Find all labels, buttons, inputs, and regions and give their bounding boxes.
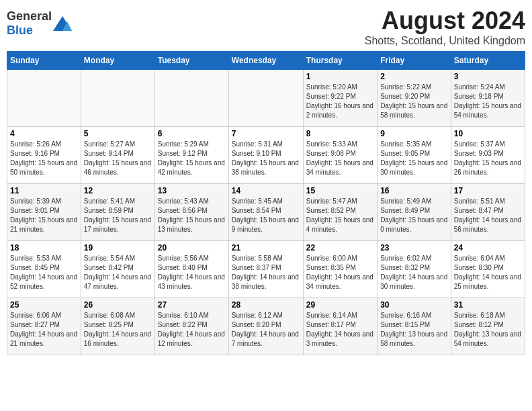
day-info: Sunrise: 5:37 AM Sunset: 9:03 PM Dayligh… <box>454 140 522 177</box>
calendar-cell: 9Sunrise: 5:35 AM Sunset: 9:05 PM Daylig… <box>378 127 451 184</box>
day-info: Sunrise: 5:41 AM Sunset: 8:59 PM Dayligh… <box>84 197 152 234</box>
week-row-4: 18Sunrise: 5:53 AM Sunset: 8:45 PM Dayli… <box>7 241 525 298</box>
day-number: 16 <box>380 186 448 195</box>
day-info: Sunrise: 6:02 AM Sunset: 8:32 PM Dayligh… <box>380 254 448 291</box>
calendar-cell: 12Sunrise: 5:41 AM Sunset: 8:59 PM Dayli… <box>81 184 154 241</box>
calendar-cell: 26Sunrise: 6:08 AM Sunset: 8:25 PM Dayli… <box>81 298 154 355</box>
day-info: Sunrise: 5:58 AM Sunset: 8:37 PM Dayligh… <box>232 254 300 291</box>
calendar-cell: 28Sunrise: 6:12 AM Sunset: 8:20 PM Dayli… <box>228 298 303 355</box>
day-info: Sunrise: 5:49 AM Sunset: 8:49 PM Dayligh… <box>380 197 448 234</box>
calendar-cell: 13Sunrise: 5:43 AM Sunset: 8:56 PM Dayli… <box>154 184 228 241</box>
day-number: 31 <box>454 300 522 310</box>
day-info: Sunrise: 5:26 AM Sunset: 9:16 PM Dayligh… <box>10 140 78 177</box>
logo-text: General Blue <box>7 9 52 38</box>
day-number: 27 <box>158 300 226 310</box>
day-info: Sunrise: 6:12 AM Sunset: 8:20 PM Dayligh… <box>232 311 300 349</box>
calendar-cell: 25Sunrise: 6:06 AM Sunset: 8:27 PM Dayli… <box>7 298 81 355</box>
day-number: 15 <box>306 186 374 195</box>
calendar-cell: 3Sunrise: 5:24 AM Sunset: 9:18 PM Daylig… <box>451 70 525 127</box>
day-number: 23 <box>380 243 448 253</box>
logo-general: General <box>7 9 52 23</box>
col-sunday: Sunday <box>7 52 81 70</box>
day-number: 10 <box>454 129 522 138</box>
calendar-cell: 16Sunrise: 5:49 AM Sunset: 8:49 PM Dayli… <box>378 184 451 241</box>
day-number: 14 <box>232 186 300 195</box>
week-row-1: 1Sunrise: 5:20 AM Sunset: 9:22 PM Daylig… <box>7 70 525 127</box>
calendar-cell: 14Sunrise: 5:45 AM Sunset: 8:54 PM Dayli… <box>228 184 303 241</box>
day-number: 17 <box>454 186 522 195</box>
day-info: Sunrise: 6:06 AM Sunset: 8:27 PM Dayligh… <box>10 311 78 349</box>
calendar-cell <box>154 70 228 127</box>
calendar-cell: 18Sunrise: 5:53 AM Sunset: 8:45 PM Dayli… <box>7 241 81 298</box>
col-saturday: Saturday <box>451 52 525 70</box>
day-info: Sunrise: 6:10 AM Sunset: 8:22 PM Dayligh… <box>158 311 226 349</box>
calendar-cell: 19Sunrise: 5:54 AM Sunset: 8:42 PM Dayli… <box>81 241 154 298</box>
day-info: Sunrise: 5:31 AM Sunset: 9:10 PM Dayligh… <box>232 140 300 177</box>
main-title: August 2024 <box>365 7 525 35</box>
col-thursday: Thursday <box>303 52 377 70</box>
calendar-cell: 1Sunrise: 5:20 AM Sunset: 9:22 PM Daylig… <box>303 70 377 127</box>
day-info: Sunrise: 6:18 AM Sunset: 8:12 PM Dayligh… <box>454 311 522 349</box>
day-number: 13 <box>158 186 226 195</box>
week-row-2: 4Sunrise: 5:26 AM Sunset: 9:16 PM Daylig… <box>7 127 525 184</box>
calendar-cell: 23Sunrise: 6:02 AM Sunset: 8:32 PM Dayli… <box>378 241 451 298</box>
calendar-cell: 10Sunrise: 5:37 AM Sunset: 9:03 PM Dayli… <box>451 127 525 184</box>
day-number: 6 <box>158 129 226 138</box>
day-number: 12 <box>84 186 152 195</box>
day-number: 3 <box>454 72 522 81</box>
calendar-cell: 29Sunrise: 6:14 AM Sunset: 8:17 PM Dayli… <box>303 298 377 355</box>
day-number: 30 <box>380 300 448 310</box>
day-info: Sunrise: 6:04 AM Sunset: 8:30 PM Dayligh… <box>454 254 522 291</box>
day-info: Sunrise: 5:53 AM Sunset: 8:45 PM Dayligh… <box>10 254 78 291</box>
day-number: 25 <box>10 300 78 310</box>
col-wednesday: Wednesday <box>228 52 303 70</box>
day-info: Sunrise: 5:39 AM Sunset: 9:01 PM Dayligh… <box>10 197 78 234</box>
day-info: Sunrise: 5:29 AM Sunset: 9:12 PM Dayligh… <box>158 140 226 177</box>
title-area: August 2024 Shotts, Scotland, United Kin… <box>365 7 525 47</box>
day-info: Sunrise: 6:00 AM Sunset: 8:35 PM Dayligh… <box>306 254 374 291</box>
calendar-cell <box>81 70 154 127</box>
col-friday: Friday <box>378 52 451 70</box>
day-number: 8 <box>306 129 374 138</box>
calendar-cell <box>228 70 303 127</box>
day-info: Sunrise: 5:20 AM Sunset: 9:22 PM Dayligh… <box>306 83 374 120</box>
day-info: Sunrise: 5:35 AM Sunset: 9:05 PM Dayligh… <box>380 140 448 177</box>
day-number: 1 <box>306 72 374 81</box>
day-number: 7 <box>232 129 300 138</box>
calendar-cell: 11Sunrise: 5:39 AM Sunset: 9:01 PM Dayli… <box>7 184 81 241</box>
calendar-cell: 4Sunrise: 5:26 AM Sunset: 9:16 PM Daylig… <box>7 127 81 184</box>
day-number: 5 <box>84 129 152 138</box>
day-number: 20 <box>158 243 226 253</box>
week-row-3: 11Sunrise: 5:39 AM Sunset: 9:01 PM Dayli… <box>7 184 525 241</box>
header: General Blue August 2024 Shotts, Scotlan… <box>7 7 525 47</box>
day-info: Sunrise: 6:08 AM Sunset: 8:25 PM Dayligh… <box>84 311 152 349</box>
calendar-cell: 5Sunrise: 5:27 AM Sunset: 9:14 PM Daylig… <box>81 127 154 184</box>
day-info: Sunrise: 5:22 AM Sunset: 9:20 PM Dayligh… <box>380 83 448 120</box>
day-number: 4 <box>10 129 78 138</box>
day-info: Sunrise: 5:24 AM Sunset: 9:18 PM Dayligh… <box>454 83 522 120</box>
col-tuesday: Tuesday <box>154 52 228 70</box>
day-info: Sunrise: 5:43 AM Sunset: 8:56 PM Dayligh… <box>158 197 226 234</box>
day-number: 9 <box>380 129 448 138</box>
calendar-cell <box>7 70 81 127</box>
calendar-cell: 21Sunrise: 5:58 AM Sunset: 8:37 PM Dayli… <box>228 241 303 298</box>
calendar-cell: 8Sunrise: 5:33 AM Sunset: 9:08 PM Daylig… <box>303 127 377 184</box>
calendar-cell: 17Sunrise: 5:51 AM Sunset: 8:47 PM Dayli… <box>451 184 525 241</box>
header-row: Sunday Monday Tuesday Wednesday Thursday… <box>7 52 525 70</box>
day-number: 26 <box>84 300 152 310</box>
calendar-cell: 15Sunrise: 5:47 AM Sunset: 8:52 PM Dayli… <box>303 184 377 241</box>
day-number: 22 <box>306 243 374 253</box>
calendar-cell: 2Sunrise: 5:22 AM Sunset: 9:20 PM Daylig… <box>378 70 451 127</box>
day-info: Sunrise: 5:45 AM Sunset: 8:54 PM Dayligh… <box>232 197 300 234</box>
week-row-5: 25Sunrise: 6:06 AM Sunset: 8:27 PM Dayli… <box>7 298 525 355</box>
day-info: Sunrise: 5:51 AM Sunset: 8:47 PM Dayligh… <box>454 197 522 234</box>
day-number: 18 <box>10 243 78 253</box>
calendar-table: Sunday Monday Tuesday Wednesday Thursday… <box>7 51 525 355</box>
logo-blue: Blue <box>7 24 33 37</box>
day-info: Sunrise: 6:14 AM Sunset: 8:17 PM Dayligh… <box>306 311 374 349</box>
day-number: 29 <box>306 300 374 310</box>
calendar-cell: 20Sunrise: 5:56 AM Sunset: 8:40 PM Dayli… <box>154 241 228 298</box>
logo-icon <box>53 16 72 31</box>
day-info: Sunrise: 5:33 AM Sunset: 9:08 PM Dayligh… <box>306 140 374 177</box>
sub-title: Shotts, Scotland, United Kingdom <box>365 35 525 47</box>
